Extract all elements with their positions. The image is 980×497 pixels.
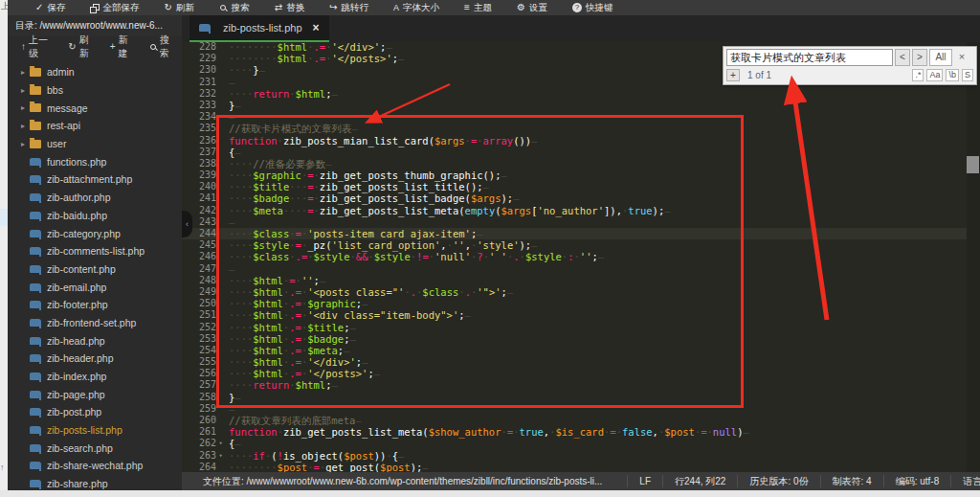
line-number: 249 (182, 286, 216, 298)
refresh-icon (164, 3, 171, 12)
code-text: ····if·(!is_object($post))·{– (225, 450, 404, 462)
editor-scrollbar-track[interactable] (967, 41, 980, 472)
code-token: true (519, 426, 543, 438)
code-token: ···· (229, 450, 253, 462)
tree-folder-user[interactable]: ▸user (8, 135, 182, 153)
tree-file-functions.php[interactable]: functions.php (8, 152, 182, 170)
line-number: 232 (182, 88, 216, 100)
tab-close-icon[interactable]: × (313, 21, 320, 34)
fold-marker-icon[interactable]: ▾ (216, 450, 225, 462)
search-option-word[interactable]: \b (946, 69, 959, 81)
tree-file-zib-head.php[interactable]: zib-head.php (8, 331, 182, 350)
toolbar-button-hotkeys[interactable]: 快捷键 (560, 0, 626, 15)
search-option-selection[interactable]: S (962, 69, 973, 81)
toolbar-button-search[interactable]: 搜索 (207, 0, 262, 15)
tree-folder-rest-api[interactable]: ▸rest-api (8, 117, 182, 135)
php-file-icon (30, 444, 41, 452)
search-all-button[interactable]: All (929, 49, 952, 66)
toolbar-button-refresh[interactable]: 刷新 (151, 0, 206, 15)
code-text: ········$post·=·get_post($post);– (225, 462, 429, 472)
expand-caret-icon[interactable]: ▸ (21, 140, 30, 148)
tree-folder-admin[interactable]: ▸admin (8, 63, 182, 81)
tree-file-zib-category.php[interactable]: zib-category.php (8, 224, 182, 242)
toolbar-button-save[interactable]: 保存 (23, 0, 78, 15)
code-line-232[interactable]: 232····return·$html;– (182, 88, 980, 100)
tree-file-zib-attachment.php[interactable]: zib-attachment.php (8, 170, 182, 189)
tree-file-zib-search.php[interactable]: zib-search.php (8, 439, 182, 457)
toolbar-button-settings[interactable]: 设置 (504, 0, 560, 15)
tree-file-zib-share.php[interactable]: zib-share.php (8, 475, 182, 490)
code-text: function·zib_get_posts_list_meta($show_a… (225, 426, 749, 438)
toolbar-button-label: 保存 (47, 2, 65, 14)
code-token: ···· (229, 88, 253, 100)
tree-action-up-level[interactable]: ↑上一级 (15, 34, 58, 60)
search-option-case[interactable]: Aa (926, 69, 943, 81)
line-number: 246 (182, 251, 216, 262)
tree-file-zib-header.php[interactable]: zib-header.php (8, 350, 182, 368)
search-add-button[interactable]: + (726, 69, 740, 81)
tree-file-zib-content.php[interactable]: zib-content.php (8, 260, 182, 279)
php-file-icon (30, 462, 41, 469)
fold-marker-icon (216, 426, 225, 438)
line-number: 251 (182, 309, 216, 321)
tree-file-zib-posts-list.php[interactable]: zib-posts-list.php (8, 421, 182, 440)
tree-folder-message[interactable]: ▸message (8, 99, 182, 117)
code-line-262[interactable]: 262▾{– (182, 438, 980, 449)
code-text: ········$html·.=·'</posts>';– (225, 53, 404, 64)
tree-action-new[interactable]: +新建 (104, 34, 140, 60)
file-label: zib-comments-list.php (47, 245, 145, 257)
tree-action-label: 上一级 (29, 34, 53, 60)
php-file-icon (30, 175, 41, 183)
toolbar-button-theme[interactable]: 主题 (452, 0, 504, 15)
code-token: $html (278, 53, 308, 64)
search-close-icon[interactable]: × (954, 49, 969, 66)
tree-file-zib-footer.php[interactable]: zib-footer.php (8, 296, 182, 314)
tree-file-zib-baidu.php[interactable]: zib-baidu.php (8, 207, 182, 225)
code-line-261[interactable]: 261function·zib_get_posts_list_meta($sho… (182, 426, 980, 438)
fold-marker-icon[interactable]: ▾ (216, 438, 225, 449)
search-prev-button[interactable]: < (895, 49, 910, 66)
toolbar-button-replace[interactable]: 替换 (262, 0, 317, 15)
editor-scrollbar-thumb[interactable] (967, 156, 979, 173)
search-option-regex[interactable]: .* (912, 69, 924, 81)
search-input[interactable] (726, 49, 893, 66)
annotation-rectangle (216, 115, 744, 408)
expand-caret-icon[interactable]: ▸ (21, 68, 30, 77)
expand-caret-icon[interactable]: ▸ (21, 122, 30, 130)
tree-folder-bbs[interactable]: ▸bbs (8, 81, 182, 100)
code-line-264[interactable]: 264········$post·=·get_post($post);– (182, 462, 980, 472)
tree-file-zib-author.php[interactable]: zib-author.php (8, 189, 182, 207)
tree-file-zib-frontend-set.php[interactable]: zib-frontend-set.php (8, 314, 182, 332)
toolbar-button-label: 替换 (286, 2, 304, 14)
tree-action-refresh[interactable]: ↻刷新 (62, 34, 100, 60)
folder-label: message (47, 102, 88, 114)
tree-file-zib-email.php[interactable]: zib-email.php (8, 278, 182, 296)
tree-file-zib-post.php[interactable]: zib-post.php (8, 403, 182, 421)
file-label: zib-head.php (47, 335, 105, 347)
tree-file-zib-share-wechat.php[interactable]: zib-share-wechat.php (8, 457, 182, 475)
php-file-icon (30, 408, 41, 416)
code-line-260[interactable]: 260//获取文章列表的底部meta– (182, 415, 980, 426)
tree-file-zib-comments-list.php[interactable]: zib-comments-list.php (8, 242, 182, 260)
toolbar-button-save-all[interactable]: 全部保存 (78, 0, 151, 15)
toolbar-button-font-size[interactable]: 字体大小 (381, 0, 452, 15)
code-token: $show_author (429, 426, 501, 438)
line-number: 234 (182, 111, 216, 123)
tab-zib-posts-list[interactable]: zib-posts-list.php × (189, 15, 329, 42)
help-icon (572, 3, 582, 12)
tree-file-zib-index.php[interactable]: zib-index.php (8, 368, 182, 386)
tree-action-search[interactable]: 搜索 (144, 34, 182, 60)
tree-file-zib-page.php[interactable]: zib-page.php (8, 385, 182, 403)
folder-icon (30, 68, 41, 77)
expand-caret-icon[interactable]: ▸ (21, 86, 30, 95)
line-number: 231 (182, 77, 216, 88)
file-label: zib-post.php (47, 406, 101, 418)
code-line-263[interactable]: 263▾····if·(!is_object($post))·{– (182, 450, 980, 462)
search-next-button[interactable]: > (912, 49, 927, 66)
code-line-233[interactable]: 233}– (182, 100, 980, 111)
php-file-icon (30, 319, 41, 327)
sidebar-collapse-button[interactable]: ‹ (182, 211, 192, 237)
expand-caret-icon[interactable]: ▸ (21, 103, 30, 112)
code-token: '</posts>' (332, 53, 392, 64)
toolbar-button-goto-line[interactable]: 跳转行 (317, 0, 381, 15)
